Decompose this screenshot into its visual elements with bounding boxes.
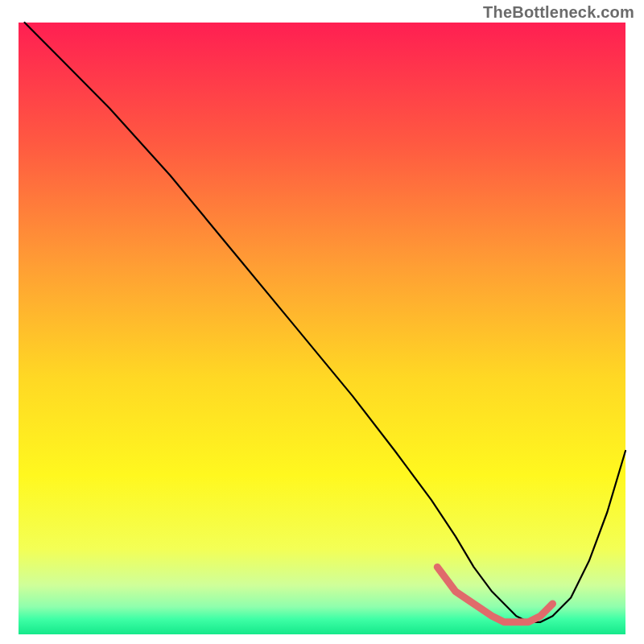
chart-frame: TheBottleneck.com <box>0 0 644 644</box>
gradient-background <box>19 23 625 634</box>
bottleneck-chart <box>0 0 644 644</box>
watermark-label: TheBottleneck.com <box>483 3 634 22</box>
